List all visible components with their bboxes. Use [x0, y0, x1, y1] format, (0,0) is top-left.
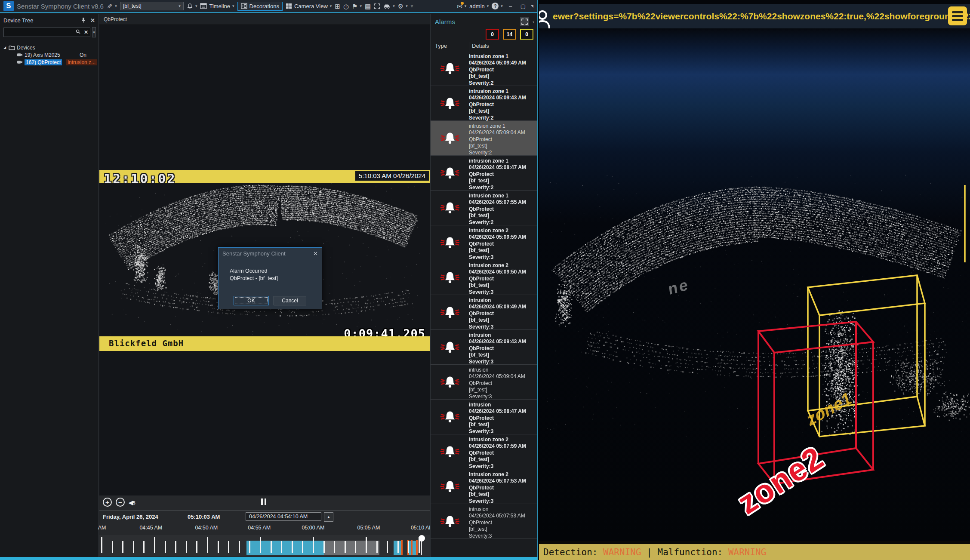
video-panel[interactable]: 5:10:03 AM 04/26/2024 12:10:02 0:09:41.2…: [99, 25, 430, 495]
zoom-in-button[interactable]: +: [103, 498, 112, 507]
tree-item-axis[interactable]: 19) Axis M2025 On: [0, 51, 99, 58]
alarm-bell-icon: [440, 479, 460, 494]
profile-value: [bf_test]: [123, 3, 142, 9]
timeline-button[interactable]: Timeline ▾: [200, 3, 234, 9]
alarm-row[interactable]: intrusion zone 104/26/2024 05:09:49 AMQb…: [431, 51, 537, 86]
report-icon[interactable]: ▤: [365, 3, 371, 9]
alarm-row[interactable]: intrusion04/26/2024 05:07:53 AMQbProtect…: [431, 504, 537, 539]
alarm-row[interactable]: intrusion04/26/2024 05:09:04 AMQbProtect…: [431, 365, 537, 400]
alarm-details-cell: intrusion zone 204/26/2024 05:07:53 AMQb…: [469, 469, 526, 504]
camera-view-button[interactable]: Camera View ▾: [286, 3, 332, 9]
point-cloud-viewer[interactable]: ne zone1 zone2: [539, 28, 970, 541]
ruler-tick: [112, 541, 113, 553]
search-options-dropdown[interactable]: ▾: [92, 27, 96, 37]
maximize-button[interactable]: ▢: [518, 3, 528, 9]
ruler-tick: [397, 541, 399, 553]
alarm-type-cell: [431, 121, 469, 155]
ruler-tick: [334, 541, 335, 553]
dialog-close-icon[interactable]: ✕: [313, 250, 318, 257]
ruler-tick: [218, 541, 219, 553]
ruler-tick: [122, 541, 123, 553]
timeline-ruler[interactable]: [99, 535, 430, 556]
alarm-row[interactable]: intrusion zone 104/26/2024 05:07:55 AMQb…: [431, 191, 537, 225]
timeline-datetime-input[interactable]: 04/26/2024 04:54:10 AM: [246, 512, 321, 521]
alarm-row[interactable]: intrusion zone 204/26/2024 05:09:50 AMQb…: [431, 260, 537, 295]
pen-caret-icon[interactable]: ▾: [115, 4, 117, 8]
pin-icon[interactable]: [81, 17, 86, 23]
alarm-count-warning[interactable]: 14: [503, 29, 516, 40]
toolbar-overflow-icon[interactable]: ▿: [411, 3, 413, 9]
tree-root-devices[interactable]: ◢ Devices: [0, 44, 99, 51]
alarm-marker[interactable]: [411, 540, 413, 555]
alarm-type-cell: [431, 156, 469, 190]
alarm-marker[interactable]: [416, 540, 418, 555]
viewer-url-bar: ewer?settings=%7b%22viewercontrols%22:%7…: [539, 4, 970, 28]
alarm-row[interactable]: intrusion zone 204/26/2024 05:09:59 AMQb…: [431, 225, 537, 260]
alarm-marker[interactable]: [401, 540, 403, 555]
device-status: On: [80, 52, 86, 58]
decorations-label: Decorations: [249, 3, 279, 9]
window-menu-icon[interactable]: ◥: [531, 4, 533, 8]
alarms-panel-chevron-icon[interactable]: ›: [533, 18, 534, 25]
device-search-input[interactable]: [4, 29, 74, 35]
recorded-segment-cyan[interactable]: [246, 541, 324, 555]
alarm-count-info[interactable]: 0: [520, 29, 533, 40]
ruler-tick: [175, 541, 176, 553]
playhead-handle[interactable]: [419, 535, 425, 542]
alarm-details-cell: intrusion04/26/2024 05:08:47 AMQbProtect…: [469, 400, 526, 434]
help-button[interactable]: ? ▾: [492, 3, 503, 9]
timeline-divider: [99, 510, 430, 511]
alarm-row[interactable]: intrusion04/26/2024 05:09:49 AMQbProtect…: [431, 295, 537, 330]
edit-pen-icon[interactable]: ✎: [106, 3, 113, 9]
minimize-button[interactable]: –: [506, 3, 515, 9]
camera-view-grid-icon: [286, 3, 292, 9]
alarm-row[interactable]: intrusion zone 104/26/2024 05:09:43 AMQb…: [431, 86, 537, 121]
ruler-tick: [186, 541, 187, 553]
viewer-url-text[interactable]: ewer?settings=%7b%22viewercontrols%22:%7…: [553, 11, 970, 22]
ok-button[interactable]: OK: [234, 296, 269, 305]
alarms-expand-icon[interactable]: [520, 17, 529, 26]
alarm-row[interactable]: intrusion zone 104/26/2024 05:08:47 AMQb…: [431, 156, 537, 191]
dialog-titlebar: Senstar Symphony Client ✕: [219, 248, 322, 259]
tree-item-qbprotect[interactable]: 162) QbProtect intrusion z...: [0, 58, 99, 66]
skip-back-icon[interactable]: ◀5: [129, 499, 135, 506]
ruler-tick: [101, 537, 102, 553]
timeline-input-up-button[interactable]: ▲: [324, 512, 333, 522]
recorded-segment-gray[interactable]: [324, 541, 379, 555]
settings-button[interactable]: ⚙▾: [398, 3, 408, 9]
tick-label: 04:55 AM: [248, 525, 271, 531]
cancel-button[interactable]: Cancel: [274, 296, 306, 305]
device-tree-close-icon[interactable]: ✕: [90, 17, 95, 24]
alarm-dialog: Senstar Symphony Client ✕ Alarm Occurred…: [218, 247, 322, 309]
alarm-row[interactable]: intrusion04/26/2024 05:08:47 AMQbProtect…: [431, 400, 537, 434]
alarm-row[interactable]: intrusion zone 204/26/2024 05:07:53 AMQb…: [431, 469, 537, 504]
profile-dropdown[interactable]: [bf_test] ▾: [120, 2, 184, 10]
alarm-row[interactable]: intrusion zone 204/26/2024 05:07:59 AMQb…: [431, 434, 537, 469]
vehicle-button[interactable]: ▾: [383, 3, 395, 9]
bookmark-button[interactable]: ⚑▾: [352, 3, 362, 9]
camera-view-caret-icon: ▾: [330, 4, 332, 8]
messages-button[interactable]: ✉ ▾: [457, 3, 466, 9]
add-view-grid-icon[interactable]: ⊞: [335, 3, 340, 9]
viewer-menu-button[interactable]: [948, 6, 967, 25]
alarm-row[interactable]: intrusion04/26/2024 05:09:43 AMQbProtect…: [431, 330, 537, 365]
zoom-out-button[interactable]: −: [116, 498, 125, 507]
expand-twist-icon[interactable]: ◢: [3, 46, 7, 49]
dialog-title: Senstar Symphony Client: [222, 250, 286, 257]
notification-bell-button[interactable]: ▾: [187, 3, 197, 9]
viewer-status-bar: Detection: WARNING | Malfunction: WARNIN…: [539, 544, 970, 560]
status-separator: |: [641, 547, 658, 557]
search-icon[interactable]: [74, 29, 82, 35]
fullscreen-icon[interactable]: [374, 3, 380, 9]
alarm-bell-icon: [440, 165, 460, 181]
alarm-bell-icon: [440, 374, 460, 390]
clock-icon[interactable]: ◷: [343, 3, 349, 9]
search-clear-icon[interactable]: ✕: [82, 29, 90, 35]
alarm-row[interactable]: intrusion zone 104/26/2024 05:09:04 AMQb…: [431, 121, 537, 156]
help-caret-icon: ▾: [501, 4, 503, 8]
pause-button[interactable]: [261, 498, 266, 505]
decorations-button[interactable]: Decorations: [237, 2, 283, 11]
alarm-count-critical[interactable]: 0: [486, 29, 499, 40]
titlebar: S Senstar Symphony Client v8.6 ✎ ▾ [bf_t…: [0, 0, 537, 13]
user-menu[interactable]: admin ▾: [469, 3, 489, 9]
